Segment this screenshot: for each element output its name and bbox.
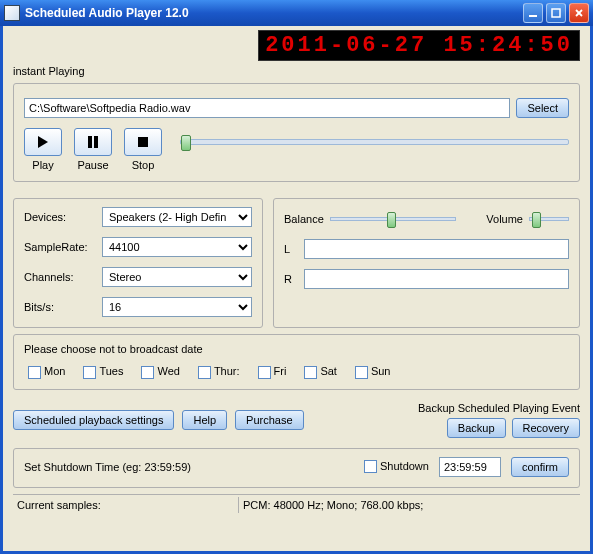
backup-title: Backup Scheduled Playing Event [418, 402, 580, 414]
bits-label: Bits/s: [24, 301, 102, 313]
checkbox-icon[interactable] [355, 366, 368, 379]
checkbox-icon[interactable] [83, 366, 96, 379]
play-label: Play [24, 159, 62, 171]
days-row: Mon Tues Wed Thur: Fri Sat Sun [28, 365, 569, 379]
day-mon[interactable]: Mon [28, 365, 65, 379]
confirm-button[interactable]: confirm [511, 457, 569, 477]
client-area: 2011-06-27 15:24:50 instant Playing Sele… [0, 26, 593, 554]
devices-label: Devices: [24, 211, 102, 223]
day-thur[interactable]: Thur: [198, 365, 240, 379]
status-bar: Current samples: PCM: 48000 Hz; Mono; 76… [13, 494, 580, 513]
file-path-input[interactable] [24, 98, 510, 118]
close-button[interactable] [569, 3, 589, 23]
volume-slider[interactable] [529, 217, 569, 221]
svg-rect-5 [88, 136, 92, 148]
left-channel-label: L [284, 243, 304, 255]
day-wed[interactable]: Wed [141, 365, 179, 379]
devices-select[interactable]: Speakers (2- High Defin [102, 207, 252, 227]
title-bar: Scheduled Audio Player 12.0 [0, 0, 593, 26]
checkbox-icon[interactable] [258, 366, 271, 379]
device-settings-group: Devices: Speakers (2- High Defin SampleR… [13, 198, 263, 328]
recovery-button[interactable]: Recovery [512, 418, 580, 438]
action-button-row: Scheduled playback settings Help Purchas… [13, 402, 580, 438]
day-fri[interactable]: Fri [258, 365, 287, 379]
select-button[interactable]: Select [516, 98, 569, 118]
current-samples-label: Current samples: [13, 497, 239, 513]
instant-playing-group: Select Play Pause Stop [13, 83, 580, 182]
progress-slider[interactable] [180, 139, 569, 145]
backup-button[interactable]: Backup [447, 418, 506, 438]
volume-label: Volume [486, 213, 523, 225]
right-channel-label: R [284, 273, 304, 285]
volume-thumb[interactable] [532, 212, 541, 228]
channels-label: Channels: [24, 271, 102, 283]
play-button[interactable] [24, 128, 62, 156]
checkbox-icon[interactable] [364, 460, 377, 473]
balance-slider[interactable] [330, 217, 457, 221]
svg-rect-0 [529, 15, 537, 17]
purchase-button[interactable]: Purchase [235, 410, 303, 430]
right-channel-input[interactable] [304, 269, 569, 289]
checkbox-icon[interactable] [304, 366, 317, 379]
pause-label: Pause [74, 159, 112, 171]
stop-label: Stop [124, 159, 162, 171]
minimize-button[interactable] [523, 3, 543, 23]
shutdown-time-input[interactable] [439, 457, 501, 477]
shutdown-group: Set Shutdown Time (eg: 23:59:59) Shutdow… [13, 448, 580, 488]
checkbox-icon[interactable] [28, 366, 41, 379]
svg-rect-6 [94, 136, 98, 148]
maximize-button[interactable] [546, 3, 566, 23]
shutdown-label: Set Shutdown Time (eg: 23:59:59) [24, 461, 191, 473]
broadcast-label: Please choose not to broadcast date [24, 343, 569, 355]
instant-playing-label: instant Playing [13, 65, 580, 77]
day-sun[interactable]: Sun [355, 365, 391, 379]
bits-select[interactable]: 16 [102, 297, 252, 317]
scheduled-playback-button[interactable]: Scheduled playback settings [13, 410, 174, 430]
samplerate-label: SampleRate: [24, 241, 102, 253]
checkbox-icon[interactable] [198, 366, 211, 379]
checkbox-icon[interactable] [141, 366, 154, 379]
samplerate-select[interactable]: 44100 [102, 237, 252, 257]
pause-button[interactable] [74, 128, 112, 156]
led-clock: 2011-06-27 15:24:50 [258, 30, 580, 61]
svg-rect-1 [552, 9, 560, 17]
channels-select[interactable]: Stereo [102, 267, 252, 287]
progress-thumb[interactable] [181, 135, 191, 151]
svg-rect-7 [138, 137, 148, 147]
broadcast-days-group: Please choose not to broadcast date Mon … [13, 334, 580, 390]
stop-button[interactable] [124, 128, 162, 156]
svg-marker-4 [38, 136, 48, 148]
day-tues[interactable]: Tues [83, 365, 123, 379]
help-button[interactable]: Help [182, 410, 227, 430]
current-samples-value: PCM: 48000 Hz; Mono; 768.00 kbps; [239, 497, 580, 513]
audio-controls-group: Balance Volume L R [273, 198, 580, 328]
shutdown-checkbox[interactable]: Shutdown [364, 460, 429, 474]
balance-label: Balance [284, 213, 324, 225]
window-title: Scheduled Audio Player 12.0 [25, 6, 520, 20]
left-channel-input[interactable] [304, 239, 569, 259]
day-sat[interactable]: Sat [304, 365, 337, 379]
app-icon [4, 5, 20, 21]
balance-thumb[interactable] [387, 212, 396, 228]
